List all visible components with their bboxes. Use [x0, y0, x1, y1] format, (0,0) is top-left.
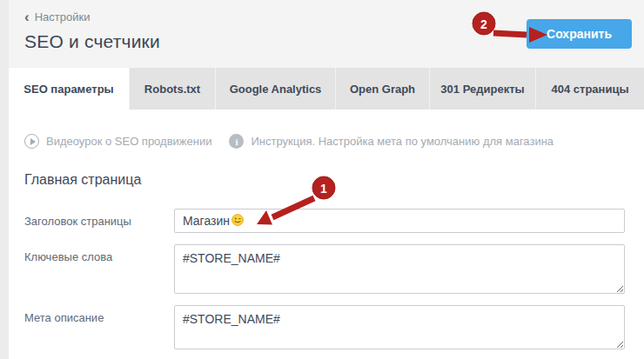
meta-description-field-label: Мета описание: [24, 305, 174, 349]
seo-settings-page: ‹ Настройки SEO и счетчики Сохранить SEO…: [9, 0, 644, 359]
tab-content: Видеоурок о SEO продвижении i Инструкция…: [9, 110, 644, 349]
tab-robots-txt[interactable]: Robots.txt: [129, 68, 215, 110]
info-icon: i: [229, 134, 244, 149]
tab-google-analytics[interactable]: Google Analytics: [215, 68, 335, 110]
tab-404-pages[interactable]: 404 страницы: [535, 68, 644, 110]
meta-description-textarea[interactable]: #STORE_NAME#: [174, 305, 625, 349]
back-chevron-icon: ‹: [24, 11, 30, 23]
keywords-textarea[interactable]: #STORE_NAME#: [174, 244, 625, 294]
play-icon: [24, 134, 39, 149]
keywords-field-label: Ключевые слова: [24, 244, 174, 294]
winking-smiley-emoji-icon: [231, 214, 244, 229]
tab-bar: SEO параметры Robots.txt Google Analytic…: [9, 68, 644, 110]
instruction-label: Инструкция. Настройка мета по умолчанию …: [251, 135, 553, 148]
help-links-row: Видеоурок о SEO продвижении i Инструкция…: [24, 134, 625, 149]
tab-open-graph[interactable]: Open Graph: [335, 68, 429, 110]
left-edge-strip: [0, 0, 9, 359]
page-title-field-label: Заголовок страницы: [24, 209, 174, 233]
form-row-page-title: Заголовок страницы Магазин: [24, 209, 625, 233]
page-header: ‹ Настройки SEO и счетчики Сохранить: [9, 0, 644, 68]
seo-form: Заголовок страницы Магазин Ключевые слов…: [24, 209, 625, 349]
section-heading-main-page: Главная страница: [24, 172, 625, 188]
page-title-input-value: Магазин: [183, 214, 230, 228]
form-row-meta-description: Мета описание #STORE_NAME#: [24, 305, 625, 349]
video-tutorial-link[interactable]: Видеоурок о SEO продвижении: [24, 134, 211, 149]
video-tutorial-label: Видеоурок о SEO продвижении: [46, 135, 211, 148]
form-row-keywords: Ключевые слова #STORE_NAME#: [24, 244, 625, 294]
tab-301-redirects[interactable]: 301 Редиректы: [429, 68, 535, 110]
save-button[interactable]: Сохранить: [527, 19, 632, 49]
instruction-link[interactable]: i Инструкция. Настройка мета по умолчани…: [229, 134, 553, 149]
page-title-input[interactable]: Магазин: [174, 209, 625, 233]
tab-seo-params[interactable]: SEO параметры: [9, 68, 129, 110]
back-to-settings-link[interactable]: ‹ Настройки: [24, 10, 90, 23]
back-link-label: Настройки: [35, 10, 91, 23]
